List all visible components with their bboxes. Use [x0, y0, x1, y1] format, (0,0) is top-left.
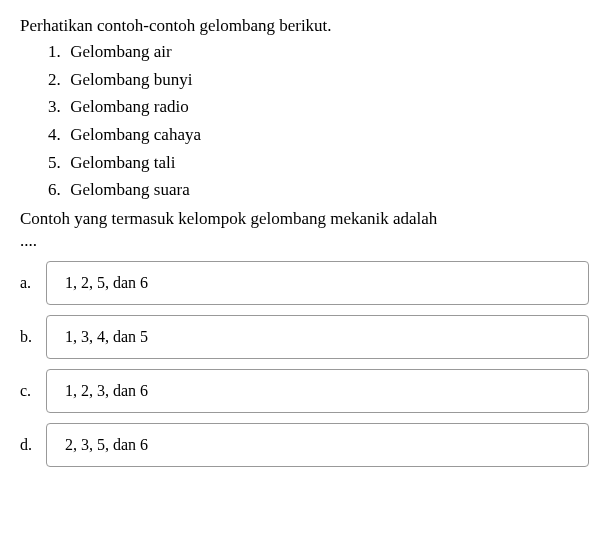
list-text: Gelombang cahaya — [70, 125, 201, 144]
option-letter: d. — [20, 436, 46, 454]
option-box[interactable]: 1, 2, 3, dan 6 — [46, 369, 589, 413]
list-item: 6. Gelombang suara — [48, 178, 589, 203]
option-box[interactable]: 2, 3, 5, dan 6 — [46, 423, 589, 467]
list-item: 3. Gelombang radio — [48, 95, 589, 120]
list-num: 6. — [48, 178, 66, 203]
list-num: 5. — [48, 151, 66, 176]
option-letter: b. — [20, 328, 46, 346]
option-letter: c. — [20, 382, 46, 400]
answer-options: a. 1, 2, 5, dan 6 b. 1, 3, 4, dan 5 c. 1… — [20, 261, 589, 467]
option-c[interactable]: c. 1, 2, 3, dan 6 — [20, 369, 589, 413]
option-box[interactable]: 1, 3, 4, dan 5 — [46, 315, 589, 359]
list-item: 1. Gelombang air — [48, 40, 589, 65]
list-num: 4. — [48, 123, 66, 148]
option-box[interactable]: 1, 2, 5, dan 6 — [46, 261, 589, 305]
wave-list: 1. Gelombang air 2. Gelombang bunyi 3. G… — [20, 40, 589, 203]
ellipsis: .... — [20, 231, 589, 251]
list-text: Gelombang radio — [70, 97, 189, 116]
list-num: 1. — [48, 40, 66, 65]
list-item: 5. Gelombang tali — [48, 151, 589, 176]
list-item: 2. Gelombang bunyi — [48, 68, 589, 93]
list-text: Gelombang air — [70, 42, 172, 61]
option-b[interactable]: b. 1, 3, 4, dan 5 — [20, 315, 589, 359]
option-d[interactable]: d. 2, 3, 5, dan 6 — [20, 423, 589, 467]
question-text: Contoh yang termasuk kelompok gelombang … — [20, 209, 589, 229]
list-num: 2. — [48, 68, 66, 93]
intro-text: Perhatikan contoh-contoh gelombang berik… — [20, 16, 589, 36]
option-letter: a. — [20, 274, 46, 292]
list-text: Gelombang bunyi — [70, 70, 192, 89]
list-num: 3. — [48, 95, 66, 120]
list-text: Gelombang tali — [70, 153, 175, 172]
list-text: Gelombang suara — [70, 180, 189, 199]
list-item: 4. Gelombang cahaya — [48, 123, 589, 148]
option-a[interactable]: a. 1, 2, 5, dan 6 — [20, 261, 589, 305]
